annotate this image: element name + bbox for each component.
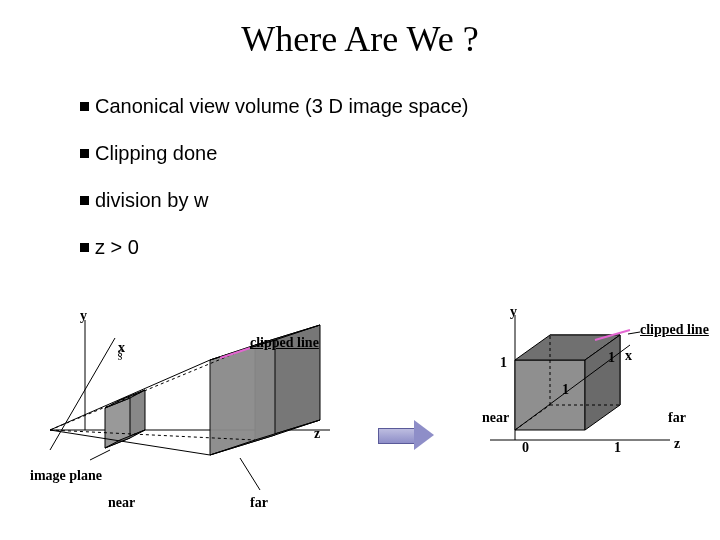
bullet-3: division by w bbox=[80, 189, 640, 212]
left-image-plane-label: image plane bbox=[30, 468, 102, 484]
bullet-3-text: division by w bbox=[95, 189, 208, 212]
diagram-area: y x § z clipped line image plane near fa… bbox=[0, 300, 720, 540]
right-one-x: 1 bbox=[608, 350, 615, 366]
left-y-axis-label: y bbox=[80, 308, 87, 324]
bullet-1-text: Canonical view volume (3 D image space) bbox=[95, 95, 469, 118]
right-one-diag: 1 bbox=[562, 382, 569, 398]
right-y-axis-label: y bbox=[510, 304, 517, 320]
bullet-marker-icon bbox=[80, 149, 89, 158]
left-near-label: near bbox=[108, 495, 135, 511]
right-far-label: far bbox=[668, 410, 686, 426]
slide-title: Where Are We ? bbox=[0, 18, 720, 60]
left-clipped-line-label: clipped line bbox=[250, 335, 319, 351]
right-one-z: 1 bbox=[614, 440, 621, 456]
right-near-label: near bbox=[482, 410, 509, 426]
right-one-top: 1 bbox=[500, 355, 507, 371]
bullet-marker-icon bbox=[80, 243, 89, 252]
left-far-label: far bbox=[250, 495, 268, 511]
left-x-bullet-icon: § bbox=[117, 348, 123, 363]
right-clipped-line-label: clipped line bbox=[640, 322, 709, 338]
bullet-marker-icon bbox=[80, 196, 89, 205]
right-zero-z: 0 bbox=[522, 440, 529, 456]
bullet-1: Canonical view volume (3 D image space) bbox=[80, 95, 640, 118]
right-z-axis-label: z bbox=[674, 436, 680, 452]
arrow-right-icon bbox=[378, 420, 438, 450]
left-z-axis-label: z bbox=[314, 426, 320, 442]
bullet-2: Clipping done bbox=[80, 142, 640, 165]
svg-marker-21 bbox=[515, 360, 585, 430]
bullet-4-text: z > 0 bbox=[95, 236, 139, 259]
bullet-marker-icon bbox=[80, 102, 89, 111]
bullet-list: Canonical view volume (3 D image space) … bbox=[80, 95, 640, 283]
bullet-2-text: Clipping done bbox=[95, 142, 217, 165]
svg-line-29 bbox=[628, 332, 640, 334]
bullet-4: z > 0 bbox=[80, 236, 640, 259]
svg-line-16 bbox=[90, 450, 110, 460]
right-x-axis-label: x bbox=[625, 348, 632, 364]
svg-line-17 bbox=[240, 458, 260, 490]
